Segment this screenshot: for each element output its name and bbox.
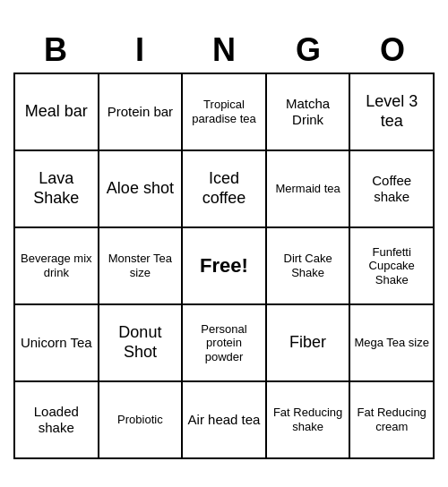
bingo-cell: Donut Shot <box>99 305 184 382</box>
bingo-cell: Matcha Drink <box>267 74 351 151</box>
bingo-header: BINGO <box>13 28 435 73</box>
bingo-cell: Funfetti Cupcake Shake <box>350 228 435 305</box>
bingo-cell: Fat Reducing cream <box>350 382 435 459</box>
bingo-card: BINGO Meal barProtein barTropical paradi… <box>13 28 435 459</box>
bingo-cell: Dirt Cake Shake <box>267 228 351 305</box>
bingo-cell: Iced coffee <box>183 151 267 228</box>
bingo-cell: Monster Tea size <box>99 228 184 305</box>
bingo-cell: Coffee shake <box>350 151 435 228</box>
bingo-cell: Air head tea <box>183 382 267 459</box>
header-letter: O <box>350 28 435 73</box>
bingo-cell: Mermaid tea <box>267 151 351 228</box>
header-letter: G <box>266 28 350 73</box>
bingo-cell: Loaded shake <box>15 382 99 459</box>
bingo-cell: Level 3 tea <box>350 74 435 151</box>
header-letter: B <box>13 28 98 73</box>
bingo-cell: Meal bar <box>15 74 99 151</box>
bingo-cell: Fiber <box>267 305 351 382</box>
bingo-cell: Unicorn Tea <box>15 305 99 382</box>
bingo-cell: Mega Tea size <box>350 305 435 382</box>
bingo-cell: Fat Reducing shake <box>267 382 351 459</box>
bingo-cell: Tropical paradise tea <box>183 74 267 151</box>
bingo-grid: Meal barProtein barTropical paradise tea… <box>13 73 435 459</box>
bingo-cell: Probiotic <box>99 382 184 459</box>
bingo-cell: Personal protein powder <box>183 305 267 382</box>
header-letter: I <box>98 28 182 73</box>
bingo-cell: Protein bar <box>99 74 184 151</box>
bingo-cell: Lava Shake <box>15 151 99 228</box>
header-letter: N <box>182 28 266 73</box>
bingo-cell: Free! <box>183 228 267 305</box>
bingo-cell: Beverage mix drink <box>15 228 99 305</box>
bingo-cell: Aloe shot <box>99 151 184 228</box>
